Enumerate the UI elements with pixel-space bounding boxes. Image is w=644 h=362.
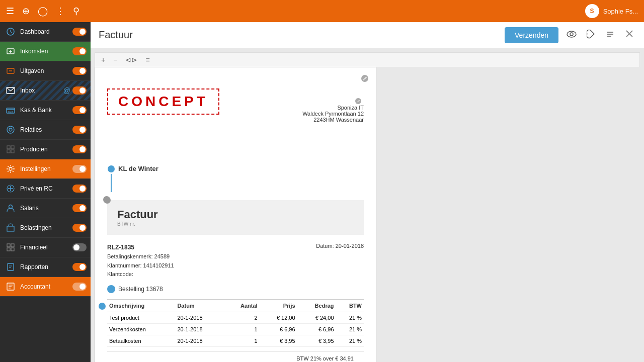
more-icon[interactable]: ⋮ <box>56 6 65 17</box>
list-button[interactable] <box>604 28 617 43</box>
sidebar-item-rapporten[interactable]: Rapporten <box>0 257 91 277</box>
toggle-rapporten[interactable] <box>72 263 87 271</box>
cell-bedrag: € 24,00 <box>297 312 336 323</box>
cell-bedrag: € 3,95 <box>297 335 336 346</box>
attach-button[interactable] <box>585 28 598 43</box>
invoice-number: RLZ-1835 <box>107 243 174 252</box>
cell-datum: 20-1-2018 <box>175 312 224 323</box>
svg-point-28 <box>99 303 106 310</box>
factuur-title-block: Factuur BTW nr. <box>107 200 364 235</box>
sidebar: Dashboard Inkomsten Uitgaven Inbox @ <box>0 22 91 362</box>
cell-btw: 21 % <box>336 312 364 323</box>
sidebar-item-instellingen[interactable]: Instellingen <box>0 159 91 179</box>
table-dot <box>98 302 106 312</box>
toggle-salaris[interactable] <box>72 204 87 212</box>
search-icon[interactable]: ⚲ <box>73 6 79 17</box>
verzenden-button[interactable]: Verzenden <box>505 27 558 43</box>
toggle-kasbank[interactable] <box>72 106 87 114</box>
main-layout: Dashboard Inkomsten Uitgaven Inbox @ <box>0 22 644 362</box>
sidebar-item-inbox[interactable]: Inbox @ <box>0 81 91 101</box>
svg-rect-8 <box>7 146 10 149</box>
sidebar-label-producten: Producten <box>20 146 72 153</box>
financieel-icon <box>5 242 16 253</box>
toolbar-remove[interactable]: − <box>111 55 119 65</box>
content-area: Factuur Verzenden + − ⊲⊳ ≡ <box>91 22 644 362</box>
table-row: Test product 20-1-2018 2 € 12,00 € 24,00… <box>107 312 364 323</box>
sidebar-item-accountant[interactable]: Accountant <box>0 277 91 297</box>
toolbar-nav2[interactable]: ≡ <box>143 55 151 65</box>
company-info: Sponiza IT Waldeck Pyrmontlaan 12 2243HM… <box>302 98 364 123</box>
sidebar-item-salaris[interactable]: Salaris <box>0 199 91 218</box>
document-area: + − ⊲⊳ ≡ CONCEPT Sponiza IT <box>91 48 644 362</box>
col-btw: BTW <box>336 299 364 312</box>
sidebar-label-relaties: Relaties <box>20 126 72 133</box>
toggle-relaties[interactable] <box>72 126 87 134</box>
sidebar-label-financieel: Financieel <box>20 244 72 251</box>
toolbar-add[interactable]: + <box>99 55 107 65</box>
sidebar-label-belastingen: Belastingen <box>20 224 72 231</box>
sidebar-item-inkomsten[interactable]: Inkomsten <box>0 42 91 61</box>
invoice-meta-right: Datum: 20-01-2018 <box>316 243 364 279</box>
sidebar-item-prive[interactable]: Privé en RC <box>0 179 91 199</box>
toggle-belastingen[interactable] <box>72 224 87 232</box>
menu-icon[interactable]: ☰ <box>6 6 14 17</box>
bestelling-label: Bestelling 13678 <box>118 286 163 293</box>
company-name: Sponiza IT <box>302 105 364 111</box>
company-address: Waldeck Pyrmontlaan 12 <box>302 111 364 117</box>
sidebar-label-salaris: Salaris <box>20 205 72 212</box>
sidebar-label-uitgaven: Uitgaven <box>20 67 72 74</box>
table-row: Betaalkosten 20-1-2018 1 € 3,95 € 3,95 2… <box>107 335 364 346</box>
klant-code-label: Klantcode: <box>107 271 133 277</box>
toggle-financieel[interactable] <box>72 243 87 251</box>
sidebar-item-dashboard[interactable]: Dashboard <box>0 22 91 42</box>
svg-point-27 <box>104 197 111 204</box>
sidebar-item-producten[interactable]: Producten <box>0 140 91 159</box>
cell-omschrijving: Betaalkosten <box>107 335 175 346</box>
cell-prijs: € 3,95 <box>260 335 297 346</box>
history-icon[interactable]: ◯ <box>38 6 48 17</box>
toggle-inbox[interactable] <box>72 86 87 95</box>
svg-point-7 <box>9 128 12 131</box>
sidebar-item-kasbank[interactable]: BANK Kas & Bank <box>0 101 91 120</box>
toggle-uitgaven[interactable] <box>72 67 87 75</box>
add-icon[interactable]: ⊕ <box>22 6 30 17</box>
toggle-accountant[interactable] <box>72 283 87 291</box>
sidebar-item-relaties[interactable]: Relaties <box>0 120 91 140</box>
toggle-producten[interactable] <box>72 145 87 153</box>
totals-section: BTW 21% over € 34,91 Te betalen <box>107 351 364 362</box>
toggle-inkomsten[interactable] <box>72 47 87 55</box>
svg-rect-20 <box>8 263 14 270</box>
close-button[interactable] <box>623 27 636 43</box>
sidebar-item-financieel[interactable]: Financieel <box>0 238 91 257</box>
cell-omschrijving: Test product <box>107 312 175 323</box>
svg-point-6 <box>7 126 14 133</box>
edit-pencil-top <box>361 74 369 84</box>
sidebar-item-uitgaven[interactable]: Uitgaven <box>0 61 91 81</box>
cell-bedrag: € 6,96 <box>297 323 336 335</box>
svg-rect-11 <box>11 150 14 153</box>
toolbar-nav1[interactable]: ⊲⊳ <box>123 55 139 65</box>
svg-text:BANK: BANK <box>8 111 14 113</box>
invoice-table: Omschrijving Datum Aantal Prijs Bedrag B… <box>107 299 364 347</box>
rapporten-icon <box>5 261 16 273</box>
toggle-instellingen[interactable] <box>72 165 87 173</box>
btw-label: BTW nr. <box>117 221 354 227</box>
toggle-dashboard[interactable] <box>72 28 87 36</box>
doc-paper: CONCEPT Sponiza IT Waldeck Pyrmontlaan 1… <box>95 67 376 362</box>
dashboard-icon <box>5 26 16 37</box>
svg-rect-10 <box>7 150 10 153</box>
factuur-title: Factuur <box>117 208 354 221</box>
klant-nr-value: 1414102911 <box>143 262 174 268</box>
preview-button[interactable] <box>565 28 579 42</box>
cell-prijs: € 12,00 <box>260 312 297 323</box>
avatar: S <box>585 4 599 18</box>
sidebar-label-rapporten: Rapporten <box>20 263 72 270</box>
svg-rect-16 <box>7 244 10 247</box>
toggle-prive[interactable] <box>72 185 87 193</box>
svg-point-23 <box>570 33 573 36</box>
sidebar-label-inkomsten: Inkomsten <box>20 48 72 55</box>
sidebar-item-belastingen[interactable]: Belastingen <box>0 218 91 238</box>
belastingen-icon <box>5 222 16 233</box>
btw-total-label: BTW 21% over € 34,91 <box>296 355 354 361</box>
doc-toolbar: + − ⊲⊳ ≡ <box>95 52 640 67</box>
